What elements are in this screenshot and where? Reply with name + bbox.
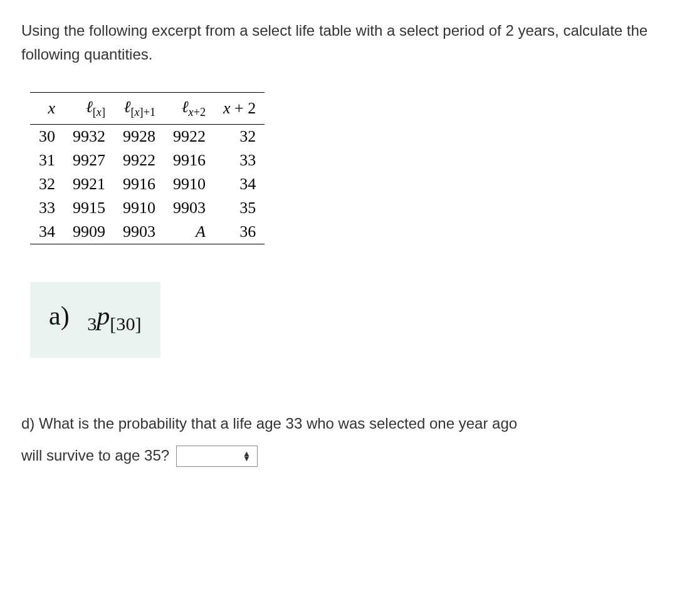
cell-xp2: 35 — [214, 196, 265, 220]
cell-x: 30 — [30, 124, 64, 149]
cell-lx1: 9910 — [114, 196, 164, 220]
answer-select[interactable]: ▲▼ — [176, 446, 258, 467]
col-lx1: ℓ[x]+1 — [114, 92, 164, 124]
cell-lx2: A — [164, 220, 214, 244]
stepper-arrows-icon: ▲▼ — [243, 451, 251, 461]
cell-lx1: 9916 — [114, 172, 164, 196]
question-page: Using the following excerpt from a selec… — [0, 0, 677, 490]
table-row: 3299219916991034 — [30, 172, 265, 196]
cell-lx1: 9903 — [114, 220, 164, 244]
part-d-question: d) What is the probability that a life a… — [21, 408, 656, 471]
cell-xp2: 32 — [214, 124, 265, 149]
part-a-box: a) 3p[30] — [30, 282, 160, 358]
life-table-body: 3099329928992232319927992299163332992199… — [30, 124, 265, 244]
part-d-line2: will survive to age 35? — [21, 447, 169, 464]
cell-lx1: 9928 — [114, 124, 164, 149]
cell-lx: 9921 — [64, 172, 114, 196]
cell-lx2: 9903 — [164, 196, 214, 220]
cell-lx: 9909 — [64, 220, 114, 244]
part-a-label: a) — [49, 301, 70, 330]
cell-lx1: 9922 — [114, 149, 164, 172]
part-d-line1: d) What is the probability that a life a… — [21, 415, 517, 432]
part-a-var: p — [97, 301, 110, 330]
cell-lx: 9927 — [64, 149, 114, 172]
cell-lx2: 9910 — [164, 172, 214, 196]
col-lx2: ℓx+2 — [164, 92, 214, 124]
col-lx: ℓ[x] — [64, 92, 114, 124]
cell-x: 33 — [30, 196, 64, 220]
cell-x: 31 — [30, 149, 64, 172]
table-row: 3199279922991633 — [30, 149, 265, 172]
part-a-formula: a) 3p[30] — [49, 301, 142, 330]
col-x: x — [30, 92, 64, 124]
life-table-wrap: x ℓ[x] ℓ[x]+1 ℓx+2 x + 2 309932992899223… — [30, 92, 656, 244]
table-row: 3399159910990335 — [30, 196, 265, 220]
cell-xp2: 33 — [214, 149, 265, 172]
cell-lx2: 9916 — [164, 149, 214, 172]
col-xp2: x + 2 — [214, 92, 265, 124]
cell-xp2: 34 — [214, 172, 265, 196]
cell-lx: 9915 — [64, 196, 114, 220]
table-row: 3499099903A36 — [30, 220, 265, 244]
cell-xp2: 36 — [214, 220, 265, 244]
part-a-presub: 3 — [87, 313, 97, 335]
table-row: 3099329928992232 — [30, 124, 265, 149]
cell-x: 32 — [30, 172, 64, 196]
part-a-postsub: [30] — [110, 313, 141, 335]
question-prompt: Using the following excerpt from a selec… — [21, 19, 656, 67]
cell-lx2: 9922 — [164, 124, 214, 149]
cell-x: 34 — [30, 220, 64, 244]
cell-lx: 9932 — [64, 124, 114, 149]
life-table: x ℓ[x] ℓ[x]+1 ℓx+2 x + 2 309932992899223… — [30, 92, 265, 244]
